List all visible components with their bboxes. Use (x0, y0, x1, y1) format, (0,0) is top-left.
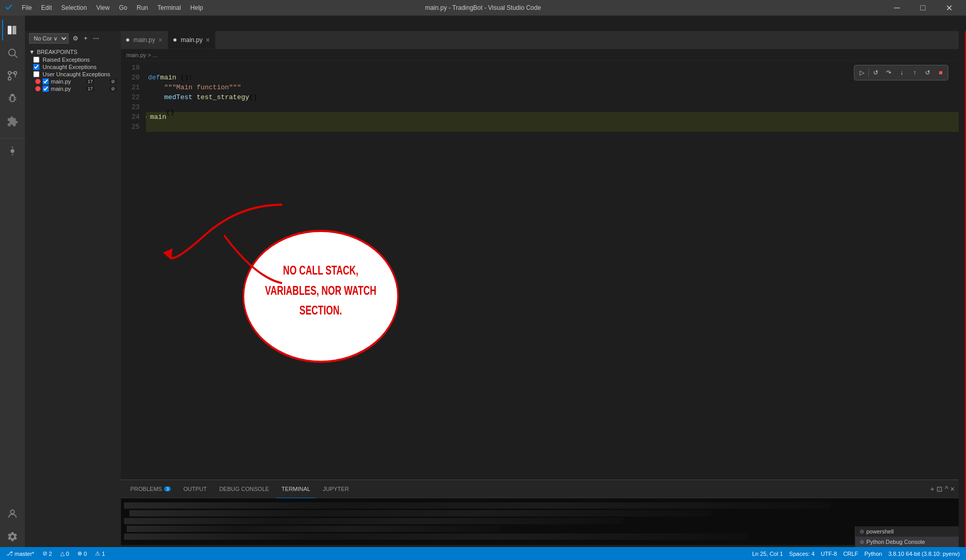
debug-restart-btn[interactable]: ↺ (869, 66, 882, 79)
menu-go[interactable]: Go (115, 3, 131, 12)
tab-0[interactable]: main.py × (121, 31, 168, 49)
panel-tab-problems[interactable]: PROBLEMS 3 (125, 480, 176, 498)
status-language[interactable]: Python (862, 551, 884, 557)
tab-dot-0 (126, 38, 129, 42)
breakpoint-file-2-checkbox[interactable] (43, 86, 49, 92)
tab-close-0[interactable]: × (158, 36, 162, 44)
debug-config-dropdown[interactable]: No Cor ∨ (29, 33, 69, 44)
menu-selection[interactable]: Selection (57, 3, 91, 12)
code-line-23 (146, 102, 959, 112)
debug-add-btn[interactable]: + (81, 34, 90, 43)
svg-point-15 (10, 510, 14, 514)
user-uncaught-exceptions-item: User Uncaught Exceptions (25, 71, 121, 78)
status-encoding[interactable]: UTF-8 (819, 551, 839, 557)
activity-extensions[interactable] (2, 111, 23, 132)
vscode-icon (5, 4, 13, 12)
tab-close-1[interactable]: × (206, 36, 210, 44)
menu-run[interactable]: Run (132, 3, 152, 12)
raised-exceptions-checkbox[interactable] (33, 57, 39, 63)
debug-stepover-btn[interactable]: ↷ (882, 66, 895, 79)
code-line-22: medTest.test_strategy() (146, 92, 959, 102)
status-spaces[interactable]: Spaces: 4 (787, 551, 817, 557)
panel-split-btn[interactable]: ⊡ (936, 485, 943, 493)
terminal-powershell[interactable]: ⚙ powershell (855, 526, 959, 537)
code-line-19 (146, 63, 959, 73)
svg-point-12 (10, 149, 14, 153)
position-text: Ln 25, Col 1 (752, 551, 783, 557)
panel-tab-jupyter[interactable]: JUPYTER (318, 480, 354, 498)
svg-point-5 (8, 77, 11, 80)
terminal-content[interactable] (121, 498, 959, 545)
status-hints[interactable]: ⚠ 1 (93, 550, 107, 557)
debug-more-btn[interactable]: ⋯ (91, 34, 101, 43)
breakpoints-title: BREAKPOINTS (37, 49, 77, 55)
debug-reload-btn[interactable]: ↺ (921, 66, 934, 79)
menu-edit[interactable]: Edit (37, 3, 56, 12)
svg-point-4 (8, 72, 11, 75)
activity-git[interactable] (2, 65, 23, 86)
panel-tab-debug-console[interactable]: DEBUG CONSOLE (214, 480, 274, 498)
status-python-version[interactable]: 3.8.10 64-bit (3.8.10: pyenv) (886, 551, 962, 557)
menu-view[interactable]: View (92, 3, 114, 12)
status-eol[interactable]: CRLF (841, 551, 860, 557)
debug-settings-btn[interactable]: ⚙ (71, 34, 80, 43)
panel-tab-terminal[interactable]: TERMINAL (276, 480, 316, 498)
debug-continue-btn[interactable]: ▷ (855, 66, 868, 79)
line-num-23: 23 (121, 102, 140, 112)
breakpoint-file-1-close[interactable]: ⊘ (110, 79, 117, 84)
code-editor[interactable]: 19 20 21 22 23 24 25 def main (): """Mai… (121, 61, 959, 480)
breakpoint-file-1-badge: 17 (86, 79, 94, 84)
close-button[interactable]: ✕ (937, 0, 961, 16)
code-line-24: ●main() (146, 112, 959, 122)
menu-file[interactable]: File (18, 3, 36, 12)
activity-settings[interactable] (2, 526, 23, 547)
panel-tab-output[interactable]: OUTPUT (178, 480, 212, 498)
status-bar: ⎇ master* ⊘ 2 △ 0 ⊗ 0 ⚠ 1 Ln 25, Col 1 S… (0, 547, 966, 560)
status-branch[interactable]: ⎇ master* (4, 550, 36, 557)
activity-jupyter[interactable] (0, 138, 25, 159)
breakpoint-icon-2 (35, 86, 40, 91)
activity-explorer[interactable] (2, 20, 23, 40)
status-warnings[interactable]: △ 0 (58, 550, 71, 557)
user-uncaught-exceptions-checkbox[interactable] (33, 71, 39, 77)
panel-add-btn[interactable]: + (930, 485, 934, 493)
line-num-20: 20 (121, 73, 140, 83)
main-container: No Cor ∨ ⚙ + ⋯ ▼ BREAKPOINTS Raised Exce… (0, 31, 966, 547)
code-content: def main (): """Main function""" medTest… (146, 61, 959, 480)
line-num-19: 19 (121, 63, 140, 73)
activity-bar (0, 16, 25, 547)
spaces-text: Spaces: 4 (789, 551, 814, 557)
panel-close-btn[interactable]: × (950, 485, 955, 493)
menu-terminal[interactable]: Terminal (153, 3, 185, 12)
breakpoint-file-2-close[interactable]: ⊘ (110, 86, 117, 91)
uncaught-exceptions-checkbox[interactable] (33, 64, 39, 70)
warning-icon: △ (60, 550, 64, 557)
maximize-button[interactable]: □ (911, 0, 935, 16)
code-lines: 19 20 21 22 23 24 25 def main (): """Mai… (121, 61, 959, 480)
debug-stepinto-btn[interactable]: ↓ (895, 66, 908, 79)
minimize-button[interactable]: ─ (885, 0, 909, 16)
right-scrollbar[interactable] (959, 31, 966, 547)
debug-stepout-btn[interactable]: ↑ (908, 66, 921, 79)
breadcrumb: main.py > ... (121, 49, 959, 61)
menu-help[interactable]: Help (186, 3, 208, 12)
status-info[interactable]: ⊗ 0 (75, 550, 89, 557)
breakpoint-file-1-checkbox[interactable] (43, 78, 49, 85)
breakpoint-icon-1 (35, 79, 40, 84)
panel-min-btn[interactable]: ^ (945, 485, 948, 493)
branch-name: master* (15, 551, 34, 557)
status-errors[interactable]: ⊘ 2 (40, 550, 54, 557)
activity-accounts[interactable] (2, 503, 23, 524)
user-uncaught-exceptions-label: User Uncaught Exceptions (43, 71, 110, 77)
tab-1[interactable]: main.py × (168, 31, 215, 49)
raised-exceptions-label: Raised Exceptions (43, 57, 90, 63)
code-line-20: def main (): (146, 73, 959, 83)
status-position[interactable]: Ln 25, Col 1 (750, 551, 785, 557)
jupyter-label: JUPYTER (323, 486, 349, 492)
panel: PROBLEMS 3 OUTPUT DEBUG CONSOLE TERMINAL… (121, 480, 959, 547)
debug-stop-btn[interactable]: ■ (934, 66, 947, 79)
activity-search[interactable] (2, 43, 23, 63)
terminal-python-debug[interactable]: ⚙ Python Debug Console (855, 537, 959, 547)
svg-rect-7 (10, 96, 14, 102)
activity-debug[interactable] (2, 88, 23, 109)
